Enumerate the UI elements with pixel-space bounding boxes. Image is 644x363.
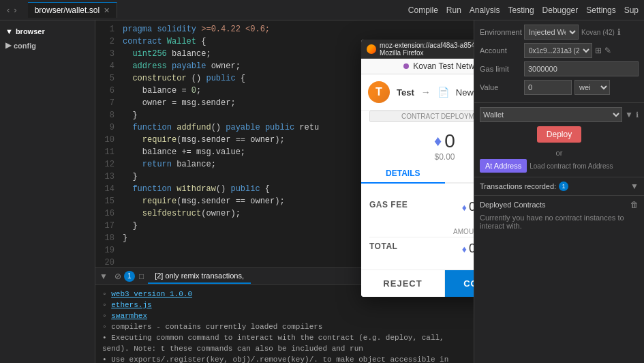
account-label: Account xyxy=(480,46,524,55)
tab-details[interactable]: DETAILS xyxy=(361,164,445,184)
to-label: New Contract xyxy=(456,87,474,98)
eth-amount-value: 0 xyxy=(444,130,455,152)
sidebar: ▼ browser ▶ config xyxy=(0,20,95,363)
arrow-icon: → xyxy=(421,87,431,98)
kovan-label: Kovan (42) xyxy=(581,29,615,36)
right-panel: Environment Injected Web3 Kovan (42) ℹ A… xyxy=(474,20,644,363)
terminal-icon-1: ▼ xyxy=(95,272,112,281)
value-input[interactable] xyxy=(524,80,572,95)
deployed-header: Deployed Contracts 🗑 xyxy=(480,200,639,209)
terminal-tab[interactable]: [2] only remix transactions, xyxy=(148,268,251,284)
value-label: Value xyxy=(480,83,524,91)
terminal-icon-2: ⊘ xyxy=(112,272,124,281)
deploy-button[interactable]: Deploy xyxy=(537,126,581,143)
sidebar-browser-label: browser xyxy=(16,27,45,35)
deployed-empty-message: Currently you have no contract instances… xyxy=(480,209,639,234)
chevron-icon: ▼ xyxy=(5,27,13,35)
eth-symbol-icon: ♦ xyxy=(434,132,442,150)
contract-select[interactable]: Wallet xyxy=(480,107,622,122)
nav-arrows[interactable]: ‹ › xyxy=(5,5,18,15)
total-label: TOTAL xyxy=(369,242,397,251)
log-line-2: ◦ ethers.js xyxy=(102,300,467,310)
from-label: Test xyxy=(397,87,414,98)
tab-data[interactable]: DATA xyxy=(445,164,474,182)
chevron-down-icon: ▼ xyxy=(625,110,633,119)
log-line-3: ◦ swarmhex xyxy=(102,310,467,321)
total-row: TOTAL ♦ 0.000194 $0.03 xyxy=(369,237,474,264)
transactions-header[interactable]: Transactions recorded: 1 ▼ xyxy=(480,182,639,191)
eth-symbol-small-icon: ♦ xyxy=(462,202,467,213)
log-line-5: • Executing common command to interact w… xyxy=(102,332,467,354)
firefox-icon xyxy=(367,44,376,54)
top-bar: ‹ › browser/wallet.sol ✕ Compile Run Ana… xyxy=(0,0,644,20)
testing-btn[interactable]: Testing xyxy=(508,5,534,15)
at-address-button[interactable]: At Address xyxy=(480,159,527,173)
at-address-row: At Address Load contract from Address xyxy=(480,159,639,173)
gas-fee-eth-value: 0.000194 xyxy=(469,200,474,214)
editor-tab[interactable]: browser/wallet.sol ✕ xyxy=(28,2,117,18)
code-line-1: pragma solidity >=0.4.22 <0.6; xyxy=(120,23,474,35)
compile-btn[interactable]: Compile xyxy=(408,5,438,15)
modal-tabs: DETAILS DATA xyxy=(361,164,474,184)
debugger-btn[interactable]: Debugger xyxy=(542,5,579,15)
terminal-badge: 1 xyxy=(124,271,135,282)
sup-btn[interactable]: Sup xyxy=(624,5,639,15)
gas-fee-usd: $0.03 xyxy=(462,214,474,222)
metamask-modal: moz-extension://acaf48a3-a854...otificat… xyxy=(361,40,474,297)
usd-amount: $0.00 xyxy=(369,152,474,162)
back-arrow[interactable]: ‹ xyxy=(5,5,11,15)
gas-fee-label: GAS FEE xyxy=(369,200,408,209)
modal-footer: REJECT CONFIRM xyxy=(361,270,474,297)
contract-deployment-label: CONTRACT DEPLOYMENT xyxy=(369,111,474,122)
gas-limit-label: Gas limit xyxy=(480,65,524,73)
value-unit-select[interactable]: wei gwei ether xyxy=(574,80,610,95)
run-btn[interactable]: Run xyxy=(446,5,461,15)
total-usd: $0.03 xyxy=(462,256,474,264)
modal-title: moz-extension://acaf48a3-a854...otificat… xyxy=(380,42,474,57)
transactions-label: Transactions recorded: xyxy=(480,182,556,190)
sidebar-section-config[interactable]: ▶ config xyxy=(0,37,95,51)
trash-icon[interactable]: 🗑 xyxy=(630,200,639,209)
top-bar-right: Compile Run Analysis Testing Debugger Se… xyxy=(408,5,639,15)
modal-body: EDIT GAS FEE ♦ 0.000194 $0.03 AMOUNT + G… xyxy=(361,184,474,270)
terminal-icon-3: □ xyxy=(135,272,148,281)
contract-info-icon: ℹ xyxy=(636,111,639,119)
log-line-4: ◦ compilers - contains currently loaded … xyxy=(102,321,467,332)
reject-button[interactable]: REJECT xyxy=(361,270,445,297)
total-value: ♦ 0.000194 $0.03 xyxy=(462,242,474,264)
ethers-link[interactable]: ethers.js xyxy=(111,301,151,309)
edit-account-icon[interactable]: ✎ xyxy=(604,46,611,55)
web3-link[interactable]: web3 version 1.0.0 xyxy=(111,290,192,298)
gas-fee-row: GAS FEE ♦ 0.000194 $0.03 xyxy=(369,200,474,222)
file-icon: 📄 xyxy=(438,87,449,98)
network-dot xyxy=(403,63,409,69)
gas-fee-value: ♦ 0.000194 $0.03 xyxy=(462,200,474,222)
environment-select[interactable]: Injected Web3 xyxy=(524,25,579,40)
transactions-section: Transactions recorded: 1 ▼ xyxy=(474,177,644,196)
edit-link[interactable]: EDIT xyxy=(369,189,474,197)
forward-arrow[interactable]: › xyxy=(12,5,18,15)
settings-btn[interactable]: Settings xyxy=(586,5,615,15)
transactions-count-badge: 1 xyxy=(559,182,568,191)
load-contract-label: Load contract from Address xyxy=(530,162,613,170)
gas-limit-input[interactable] xyxy=(524,61,639,76)
transactions-chevron-icon: ▼ xyxy=(630,182,639,191)
eth-amount-section: ♦ 0 $0.00 xyxy=(361,126,474,164)
network-bar: Kovan Test Network xyxy=(361,59,474,74)
analysis-btn[interactable]: Analysis xyxy=(470,5,500,15)
environment-label: Environment xyxy=(480,28,524,36)
account-select[interactable]: 0x1c9...231a3 (2.99813089 ether) xyxy=(524,43,592,58)
contract-section: Wallet ▼ ℹ Deploy or At Address Load con… xyxy=(474,103,644,177)
close-icon[interactable]: ✕ xyxy=(104,6,110,15)
sidebar-section-browser[interactable]: ▼ browser xyxy=(0,23,95,37)
editor-area: 12345 678910 1112131415 1617181920 pragm… xyxy=(95,20,474,363)
copy-icon[interactable]: ⊞ xyxy=(595,46,602,55)
metamask-logo: T xyxy=(368,81,390,103)
confirm-button[interactable]: CONFIRM xyxy=(445,270,474,297)
total-eth-value: 0.000194 xyxy=(469,242,474,256)
swarm-link[interactable]: swarmhex xyxy=(111,312,147,320)
modal-titlebar: moz-extension://acaf48a3-a854...otificat… xyxy=(361,40,474,59)
tab-label: browser/wallet.sol xyxy=(35,5,99,15)
info-icon: ℹ xyxy=(617,27,621,37)
environment-section: Environment Injected Web3 Kovan (42) ℹ A… xyxy=(474,20,644,103)
